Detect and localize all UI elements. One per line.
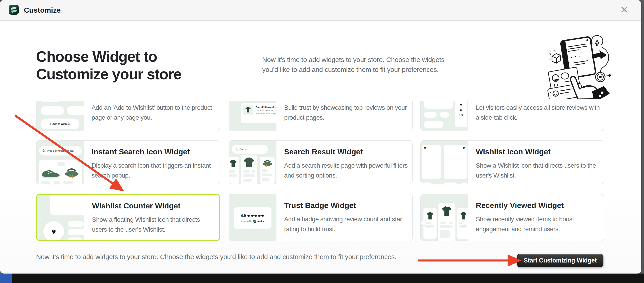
widget-card-recently-viewed[interactable]: ‹ › Recently Viewed Widget Show recently… [420,194,604,241]
review-line: I recently tried a very comf [256,109,276,112]
review-side-tab: ★ ★ 4.5 [455,101,467,127]
page-title: Choose Widget to Customize your store [36,48,182,83]
card-description: Add an 'Add to Wishlist' button to the p… [92,103,216,123]
widget-card-wishlist-icon[interactable]: ♥ ♥ Wishlist Icon Widget Show a Wishlist… [420,140,604,184]
instant-search-thumbnail: Type a command or sea [36,141,84,184]
powered-by-label: Powered by [241,220,252,222]
close-icon[interactable]: ✕ [619,5,630,15]
card-description: Add a search results page with powerful … [284,161,408,181]
star-icon: ★ [275,106,276,109]
widget-grid: ♥Add to Wishlist Add an 'Add to Wishlist… [0,101,641,241]
trust-badge-thumbnail: 4.9 ★★★★★ Powered by Sledge [229,194,276,241]
search-icon [42,149,45,152]
card-description: Show recently viewed items to boost enga… [476,214,600,234]
modal-title: Customize [24,6,61,14]
heart-icon: ♥ [424,146,426,150]
widget-card-search-result[interactable]: Green [229,140,413,184]
wishlist-counter-thumbnail: ♥ 2 [37,195,84,240]
side-tab-thumbnail: ★ ★ 4.5 [421,101,468,131]
rating-value: 4.5 [459,114,463,117]
card-title: Trust Badge Widget [284,201,408,210]
reviews-thumbnail: This T-shirt is incredibly comfor and co… [229,101,276,131]
search-query: Green [240,148,246,151]
widget-card-add-to-wishlist[interactable]: ♥Add to Wishlist Add an 'Add to Wishlist… [36,101,220,131]
widget-card-review-side-tab[interactable]: ★ ★ 4.5 Let visitors easily access all s… [420,101,604,131]
star-icons: ★★★★★ [247,214,265,218]
floating-wishlist-counter: ♥ 2 [43,221,64,240]
start-customizing-button[interactable]: Start Customizing Widget [517,254,604,267]
star-icon: ★ [459,103,462,106]
widget-card-wishlist-counter[interactable]: ♥ 2 Wishlist Counter Widget Show a float… [36,194,220,241]
screen: Customize ✕ Choose Widget to Customize y… [0,0,644,283]
card-title: Search Result Widget [284,147,408,156]
search-icon [234,148,238,151]
rating-value: 4.9 [241,214,246,218]
search-placeholder: Type a command or sea [47,149,74,152]
widget-card-instant-search[interactable]: Type a command or sea Instant Search Ico… [36,140,220,184]
card-description: Display a search icon that triggers an i… [92,161,216,181]
card-title: Instant Search Icon Widget [92,147,216,156]
heart-icon: ♥ [463,146,465,150]
sledge-mini-logo-icon [254,220,256,223]
taskbar-blue-chip [0,274,12,283]
card-description: Add a badge showing review count and sta… [284,214,408,234]
chevron-right-icon: › [462,220,467,225]
card-description: Show a floating Wishlist icon that direc… [92,215,215,235]
bottom-taskbar [0,274,644,283]
card-title: Wishlist Counter Widget [92,201,215,210]
review-line: shirt with a wide range of c [256,112,276,115]
search-result-thumbnail: Green [229,141,276,184]
brand-name: Sledge [257,220,264,222]
trust-badge: 4.9 ★★★★★ Powered by Sledge [234,207,272,229]
widget-card-trust-badge[interactable]: 4.9 ★★★★★ Powered by Sledge Trust Badge … [229,194,413,241]
customize-modal: Customize ✕ Choose Widget to Customize y… [0,0,641,274]
card-description: Show a Wishlist icon that directs users … [476,161,600,181]
card-description: Build trust by showcasing top reviews on… [284,103,408,123]
sledge-logo-icon [8,4,19,16]
wishlist-icon-thumbnail: ♥ ♥ [421,141,468,184]
card-title: Wishlist Icon Widget [476,147,600,156]
card-description: Let visitors easily access all store rev… [476,103,600,123]
reviewer-name: Darrell Steward [256,106,274,109]
card-title: Recently Viewed Widget [476,201,600,210]
heart-icon: ♥ [50,123,51,125]
modal-titlebar: Customize ✕ [0,0,641,21]
page-description: Now it’s time to add widgets to your sto… [262,55,447,75]
thumb-button-label: Add to Wishlist [52,123,70,125]
star-icon: ★ [459,108,462,112]
chevron-left-icon: ‹ [421,220,426,225]
counter-value: 2 [55,233,56,236]
add-to-wishlist-thumbnail: ♥Add to Wishlist [36,101,84,131]
footer-note: Now it’s time to add widgets to your sto… [36,252,406,262]
hand-tablet-illustration [544,34,612,100]
widget-card-product-reviews[interactable]: This T-shirt is incredibly comfor and co… [229,101,413,131]
recently-viewed-thumbnail: ‹ › [421,194,468,241]
